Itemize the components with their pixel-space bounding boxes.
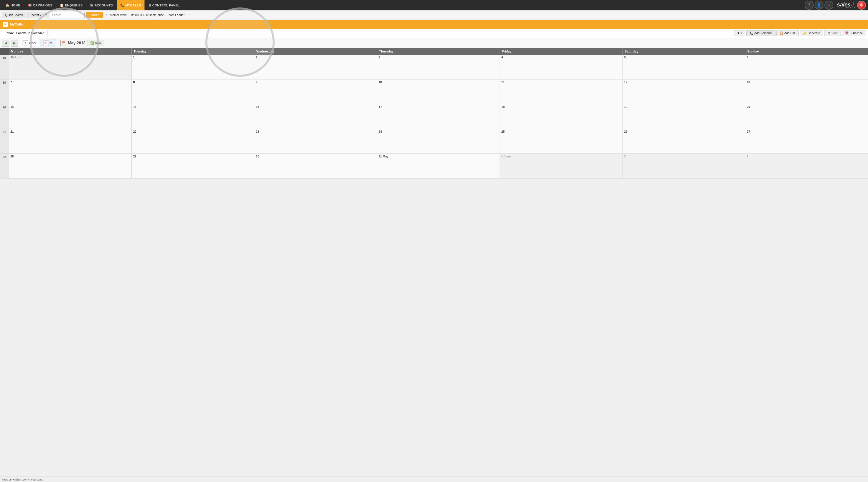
- calendar-day-cell[interactable]: 22: [132, 129, 254, 153]
- calendar-day-cell[interactable]: 12: [623, 80, 745, 104]
- nav-item-accounts[interactable]: 🏛 ACCOUNTS: [87, 0, 116, 10]
- day-number: 18: [501, 105, 621, 109]
- calendar-day-cell[interactable]: 4: [500, 55, 623, 79]
- day-number: 27: [747, 130, 867, 133]
- day-number: 8: [133, 81, 253, 84]
- nav-item-control-panel[interactable]: ⊞ CONTROL PANEL: [145, 0, 183, 10]
- calendar-day-cell[interactable]: 8: [132, 80, 254, 104]
- day-number: 5: [624, 56, 744, 59]
- mycalls-header-icon: M: [3, 22, 8, 27]
- ticker-text: ith 800339 at same price... Team Leader …: [129, 13, 189, 17]
- filter-label: F: [741, 31, 743, 35]
- nav-item-mycalls-label: MYCALLS: [125, 3, 141, 7]
- calendar-day-cell[interactable]: 3: [377, 55, 500, 79]
- day-number: 1: [133, 56, 253, 59]
- week-num-header: [0, 48, 9, 55]
- subscribe-button[interactable]: 📅 Subscribe: [842, 30, 866, 36]
- accounts-icon: 🏛: [90, 3, 93, 7]
- calendar-week-row: 2014151617181920: [0, 104, 868, 129]
- calendar-day-cell[interactable]: 30 April: [9, 55, 132, 79]
- recently-label: Recently: [28, 13, 43, 17]
- nav-item-enquiries[interactable]: 📋 ENQUIRIES: [56, 0, 86, 10]
- calendar-day-cell[interactable]: 20: [745, 104, 868, 129]
- calendar-day-cell[interactable]: 14: [9, 104, 132, 129]
- sub-toolbar: Inbox - Follow-up Calendar ▼ F 📞 Add Per…: [0, 29, 868, 38]
- inbox-followup-tab[interactable]: Inbox - Follow-up Calendar: [2, 30, 48, 37]
- add-call-button[interactable]: 📋 Add Call: [776, 30, 799, 36]
- print-button[interactable]: 🖨 Print: [824, 30, 841, 36]
- calendar-day-cell[interactable]: 2: [623, 154, 745, 178]
- quick-search-button[interactable]: Quick Search: [2, 12, 26, 18]
- subscribe-label: Subscribe: [850, 31, 863, 35]
- nav-item-home[interactable]: 🏠 HOME: [2, 0, 24, 10]
- day-number: 30 April: [10, 56, 130, 59]
- calendar-day-cell[interactable]: 17: [377, 104, 500, 129]
- calendar-day-cell[interactable]: 24: [377, 129, 500, 153]
- help-button[interactable]: ?: [805, 1, 813, 10]
- user-button[interactable]: 👤: [814, 1, 824, 10]
- week-label: Week: [29, 41, 36, 45]
- calendar-day-cell[interactable]: 1: [132, 55, 254, 79]
- thursday-header: Thursday: [377, 48, 500, 55]
- prev-icon: ◀: [4, 41, 7, 45]
- nav-item-campaigns[interactable]: 📢 CAMPAIGNS: [24, 0, 56, 10]
- now-icon: ✅: [90, 41, 94, 45]
- calendar-day-cell[interactable]: 15: [132, 104, 254, 129]
- wednesday-header: Wednesday: [254, 48, 377, 55]
- calendar-day-cell[interactable]: 9: [254, 80, 377, 104]
- search-input[interactable]: [50, 12, 85, 18]
- month-view-button[interactable]: 31 M: [40, 39, 55, 47]
- calendar-day-cell[interactable]: 28: [9, 154, 132, 178]
- next-arrow-button[interactable]: ▶: [11, 40, 18, 47]
- nav-item-mycalls[interactable]: 📞 MYCALLS: [117, 0, 145, 10]
- calendar-day-cell[interactable]: 2: [254, 55, 377, 79]
- calendar-day-cell[interactable]: 16: [254, 104, 377, 129]
- day-number: 2: [256, 56, 375, 59]
- logo-subtitle: SELL SMART: [837, 6, 856, 9]
- day-number: 22: [133, 130, 253, 133]
- calendar-day-cell[interactable]: 18: [500, 104, 623, 129]
- day-number: 28: [10, 155, 130, 158]
- week-number: 20: [0, 104, 9, 129]
- generate-button[interactable]: 🔑 Generate: [800, 30, 823, 36]
- search-button[interactable]: Search: [86, 12, 103, 18]
- calendar-day-cell[interactable]: 21: [9, 129, 132, 153]
- calendar-week-row: 2121222324252627: [0, 129, 868, 154]
- day-number: 29: [133, 155, 253, 158]
- filter-button[interactable]: ▼ F: [734, 30, 745, 36]
- calendar-day-cell[interactable]: 31 May: [377, 154, 500, 178]
- week-view-button[interactable]: 7 Week: [20, 39, 39, 47]
- calendar-day-cell[interactable]: 13: [745, 80, 868, 104]
- calendar-day-cell[interactable]: 11: [500, 80, 623, 104]
- calendar-day-cell[interactable]: 5: [623, 55, 745, 79]
- calendar-day-cell[interactable]: 26: [623, 129, 745, 153]
- forward-button[interactable]: →: [825, 1, 833, 10]
- dropdown-arrow-icon[interactable]: ▼: [43, 12, 49, 18]
- calendar-day-cell[interactable]: 23: [254, 129, 377, 153]
- calendar-day-cell[interactable]: 19: [623, 104, 745, 129]
- calendar-day-cell[interactable]: 10: [377, 80, 500, 104]
- day-number: 10: [379, 81, 498, 84]
- calendar-day-cell[interactable]: 29: [132, 154, 254, 178]
- calendar-day-cell[interactable]: 6: [745, 55, 868, 79]
- calendar-day-cell[interactable]: 27: [745, 129, 868, 153]
- now-button[interactable]: ✅ Now: [87, 40, 104, 46]
- day-number: 1 June: [501, 155, 621, 158]
- calendar-day-cell[interactable]: 3: [745, 154, 868, 178]
- add-personal-button[interactable]: 📞 Add Personal: [746, 30, 775, 36]
- calendar-day-cell[interactable]: 1 June: [500, 154, 623, 178]
- sunday-header: Sunday: [745, 48, 868, 55]
- day-number: 25: [501, 130, 621, 133]
- recently-dropdown[interactable]: Recently ▼: [27, 12, 49, 18]
- prev-arrow-button[interactable]: ◀: [2, 40, 9, 47]
- nav-item-home-label: HOME: [11, 3, 20, 7]
- day-number: 6: [747, 56, 867, 59]
- calendar-day-cell[interactable]: 25: [500, 129, 623, 153]
- next-icon: ▶: [13, 41, 16, 45]
- day-number: 19: [624, 105, 744, 109]
- day-number: 7: [10, 81, 130, 84]
- month-icon: 31: [43, 40, 49, 46]
- month-label: M: [50, 41, 52, 45]
- calendar-day-cell[interactable]: 7: [9, 80, 132, 104]
- calendar-day-cell[interactable]: 30: [254, 154, 377, 178]
